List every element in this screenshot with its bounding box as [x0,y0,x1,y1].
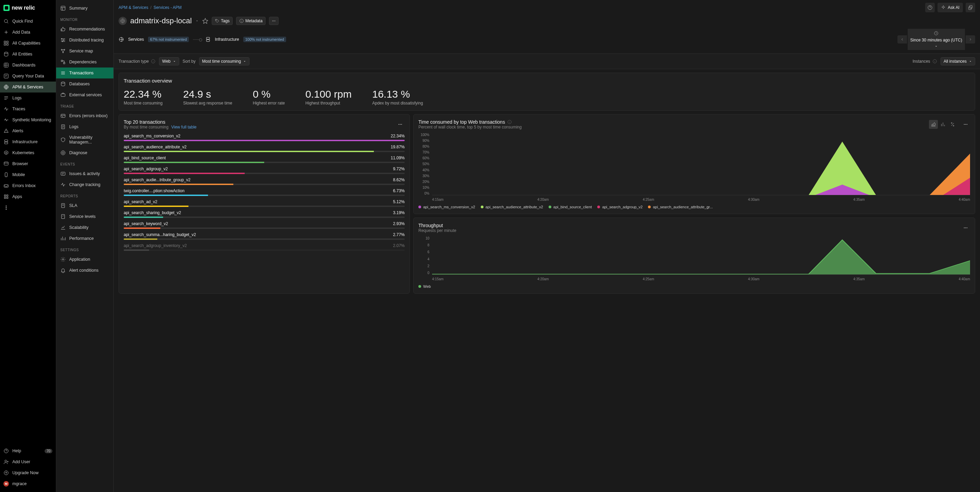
tc-chart[interactable]: 100%90%80%70%60%50%40%30%20%10%0% 4:15am… [418,133,970,201]
favorite-star-icon[interactable] [202,18,208,24]
time-prev-button[interactable] [897,35,907,43]
title-caret-icon[interactable] [195,19,199,23]
tx-row[interactable]: api_search_audience_attribute_v219.87% [124,145,405,152]
info-icon[interactable] [932,59,937,64]
view-full-table-link[interactable]: View full table [171,125,197,129]
nav-query-your-data[interactable]: Query Your Data [0,70,56,81]
instances-select[interactable]: All instances [940,57,975,65]
sec-errors-errors-inbox-[interactable]: Errors (errors inbox) [56,110,113,121]
share-button[interactable] [966,3,975,12]
nav-logs[interactable]: Logs [0,92,56,103]
legend-item[interactable]: api_bind_source_client [549,205,592,209]
legend-item[interactable]: Web [418,284,431,288]
nav-browser[interactable]: Browser [0,158,56,169]
breadcrumb-link-1[interactable]: APM & Services [119,5,148,10]
chart-bar-button[interactable] [939,120,947,129]
nav-traces[interactable]: Traces [0,103,56,115]
breadcrumb-link-2[interactable]: Services - APM [154,5,181,10]
time-next-button[interactable] [966,35,975,43]
tx-name: api_search_summa...haring_budget_v2 [124,232,196,237]
kpi[interactable]: 0 %Highest error rate [253,88,285,105]
help-button[interactable] [925,3,935,12]
tx-row[interactable]: api_search_adgroup_inventory_v22.07% [124,243,405,251]
time-consumed-card: Time consumed by top Web transactions Pe… [413,114,975,214]
kpi[interactable]: 24.9 sSlowest avg response time [183,88,232,105]
more-actions-button[interactable] [269,17,278,25]
sort-by-select[interactable]: Most time consuming [199,57,250,65]
info-icon[interactable] [151,59,156,64]
sec-alert-conditions[interactable]: Alert conditions [56,265,113,276]
nav-help[interactable]: Help70 [0,446,56,456]
nav-upgrade-now[interactable]: Upgrade Now [0,467,56,478]
legend-item[interactable]: api_search_adgroup_v2 [597,205,643,209]
tx-row[interactable]: api_search_ad_v25.12% [124,199,405,207]
nav-mobile[interactable]: Mobile [0,169,56,180]
nav-label: Infrastructure [12,139,38,144]
tx-row[interactable]: api_search_summa...haring_budget_v22.77% [124,232,405,240]
kpi[interactable]: 22.34 %Most time consuming [124,88,162,105]
nav-errors-inbox[interactable]: Errors Inbox [0,180,56,191]
tx-row[interactable]: api_search_keyword_v22.93% [124,221,405,229]
legend-item[interactable]: api_search_audience_attribute_gr... [648,205,713,209]
nav-more[interactable] [0,202,56,213]
services-badge[interactable]: 67% not instrumented [148,37,189,42]
info-icon[interactable] [507,119,512,124]
logo[interactable]: new relic [0,0,56,16]
nav-quick-find[interactable]: Quick Find [0,16,56,27]
sec-dependencies[interactable]: Dependencies [56,57,113,67]
sec-performance[interactable]: Performance [56,233,113,244]
sec-issues-activity[interactable]: Issues & activity [56,168,113,179]
sec-diagnose[interactable]: Diagnose [56,147,113,158]
kpi[interactable]: 16.13 %Apdex by most dissatisfying [372,88,423,105]
sec-transactions[interactable]: Transactions [56,67,113,78]
nav-mgrace[interactable]: Mmgrace [0,478,56,489]
nav-kubernetes[interactable]: Kubernetes [0,147,56,158]
nav-add-user[interactable]: Add User [0,456,56,467]
legend-item[interactable]: api_search_ms_conversion_v2 [418,205,475,209]
sec-change-tracking[interactable]: Change tracking [56,179,113,190]
sec-summary[interactable]: Summary [56,3,113,14]
sec-application[interactable]: Application [56,254,113,265]
sec-service-map[interactable]: Service map [56,46,113,57]
sec-logs[interactable]: Logs [56,121,113,132]
time-range-button[interactable]: Since 30 minutes ago (UTC) [908,29,965,50]
tx-row[interactable]: api_search_audie...tribute_group_v28.62% [124,177,405,185]
chart-pct-button[interactable] [948,120,957,129]
tx-row[interactable]: api_search_sharing_budget_v23.19% [124,210,405,218]
sec-databases[interactable]: Databases [56,78,113,89]
nav-dashboards[interactable]: Dashboards [0,60,56,70]
metadata-button[interactable]: Metadata [236,17,266,25]
card-menu-button[interactable] [961,223,970,232]
tx-row[interactable]: api_bind_source_client11.09% [124,156,405,163]
nav-apm-services[interactable]: APM & Services [0,81,56,92]
ask-ai-button[interactable]: Ask AI [937,3,963,12]
nav-add-data[interactable]: Add Data [0,27,56,38]
sec-sla[interactable]: SLA [56,200,113,211]
legend-item[interactable]: api_search_audience_attribute_v2 [481,205,543,209]
nav-all-entities[interactable]: All Entities [0,49,56,60]
vuln-icon [60,137,66,143]
infra-badge[interactable]: 100% not instrumented [243,37,286,42]
nav-alerts[interactable]: Alerts [0,126,56,136]
tx-type-value: Web [162,59,170,64]
sec-recommendations[interactable]: Recommendations [56,24,113,35]
tx-type-select[interactable]: Web [159,57,179,65]
card-menu-button[interactable] [396,120,405,129]
tx-row[interactable]: api_search_adgroup_v29.72% [124,167,405,174]
nav-infrastructure[interactable]: Infrastructure [0,136,56,147]
chart-area-button[interactable] [929,120,938,129]
sec-scalability[interactable]: Scalability [56,222,113,233]
card-menu-button[interactable] [961,120,970,129]
sec-vulnerability-managem-[interactable]: Vulnerability Managem... [56,132,113,147]
sec-external-services[interactable]: External services [56,89,113,100]
nav-apps[interactable]: Apps [0,191,56,202]
nav-all-capabilities[interactable]: All Capabilities [0,38,56,49]
tp-chart[interactable]: 1086420 4:15am4:20am4:25am4:30am4:35am4:… [418,236,970,281]
sec-distributed-tracing[interactable]: Distributed tracing [56,35,113,46]
nav-synthetic-monitoring[interactable]: Synthetic Monitoring [0,115,56,126]
sec-service-levels[interactable]: Service levels [56,211,113,222]
kpi[interactable]: 0.100 rpmHighest throughput [305,88,352,105]
tx-row[interactable]: twig.controller....ption:showAction6.73% [124,188,405,196]
tx-row[interactable]: api_search_ms_conversion_v222.34% [124,134,405,141]
tags-button[interactable]: Tags [212,17,233,25]
